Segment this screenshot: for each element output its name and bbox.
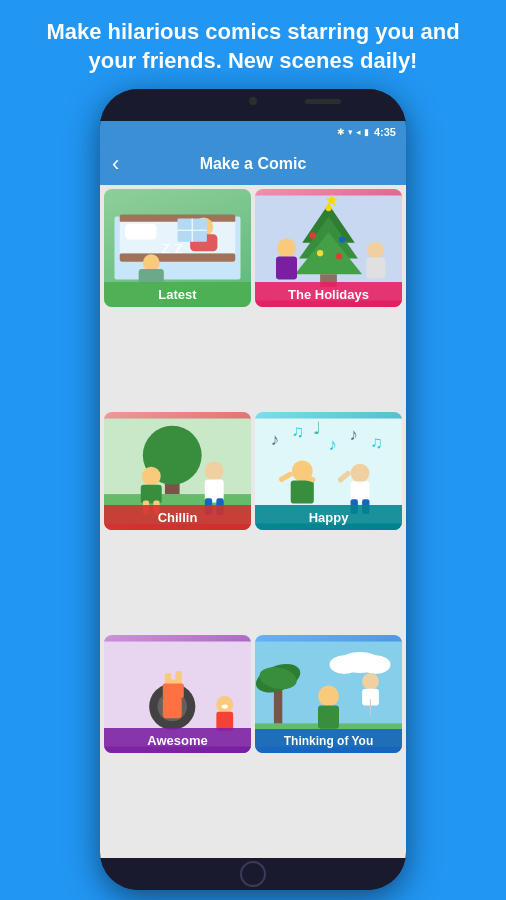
comic-label-thinking: Thinking of You [255,729,402,753]
app-header: ‹ Make a Comic [100,143,406,185]
battery-icon: ▮ [364,127,369,137]
svg-point-78 [362,673,379,690]
home-button[interactable] [240,861,266,887]
svg-rect-24 [276,257,297,280]
svg-point-22 [336,253,342,259]
status-time: 4:35 [374,126,396,138]
phone-bottom-physical [100,858,406,890]
svg-text:♪: ♪ [329,435,337,454]
back-icon: ‹ [112,151,119,176]
svg-text:♫: ♫ [371,433,384,452]
svg-point-20 [339,237,345,243]
svg-point-71 [361,655,390,674]
comic-card-latest[interactable]: z z Latest [104,189,251,307]
status-bar: ✱ ▾ ◂ ▮ 4:35 [100,121,406,143]
comic-card-holidays[interactable]: ★ The Holidays [255,189,402,307]
bluetooth-icon: ✱ [337,127,345,137]
svg-rect-77 [318,706,339,729]
app-title: Make a Comic [200,155,307,173]
svg-point-36 [205,462,224,481]
svg-point-21 [317,250,323,256]
svg-point-70 [330,655,359,674]
wifi-icon: ▾ [348,127,353,137]
svg-text:★: ★ [324,191,339,210]
svg-rect-61 [163,697,182,718]
back-button[interactable]: ‹ [112,151,119,177]
svg-rect-26 [366,258,385,279]
comic-card-awesome[interactable]: Awesome [104,635,251,753]
svg-point-23 [277,239,296,258]
svg-point-25 [367,242,384,259]
phone-outer: ✱ ▾ ◂ ▮ 4:35 ‹ Make a Comic [100,89,406,890]
comics-screen: z z Latest [100,185,406,858]
status-icons: ✱ ▾ ◂ ▮ 4:35 [337,126,396,138]
svg-text:♩: ♩ [313,419,321,438]
svg-point-67 [222,705,228,709]
svg-rect-64 [163,684,184,699]
svg-point-51 [351,464,370,483]
phone-camera [249,97,257,105]
top-tagline: Make hilarious comics starring you and y… [0,0,506,89]
svg-rect-4 [125,224,157,240]
comic-label-happy: Happy [255,505,402,530]
phone-speaker-grill [305,99,341,104]
signal-icon: ◂ [356,127,361,137]
svg-point-10 [143,254,160,271]
comic-label-awesome: Awesome [104,728,251,753]
comic-card-thinking[interactable]: Thinking of You [255,635,402,753]
svg-rect-48 [291,481,314,504]
phone-wrapper: ✱ ▾ ◂ ▮ 4:35 ‹ Make a Comic [100,89,406,890]
tagline-text: Make hilarious comics starring you and y… [46,19,459,73]
svg-point-76 [318,686,339,707]
comic-card-happy[interactable]: ♪ ♫ ♪ ♫ ♩ ♪ [255,412,402,530]
svg-point-19 [310,232,316,238]
svg-text:♪: ♪ [271,430,279,449]
svg-text:♫: ♫ [292,423,305,442]
svg-point-32 [142,467,161,486]
comic-label-chillin: Chillin [104,505,251,530]
svg-text:♪: ♪ [350,425,358,444]
comic-label-holidays: The Holidays [255,282,402,307]
comic-label-latest: Latest [104,282,251,307]
phone-top-physical [100,89,406,121]
comic-card-chillin[interactable]: Chillin [104,412,251,530]
svg-text:z z: z z [162,238,183,257]
